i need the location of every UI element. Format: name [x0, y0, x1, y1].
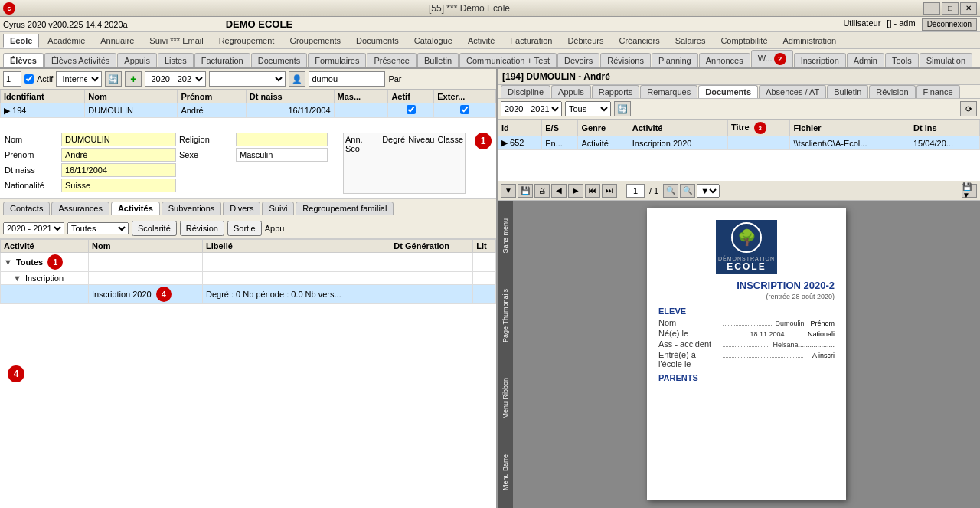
nav-annuaire[interactable]: Annuaire [93, 34, 141, 48]
tab-assurances[interactable]: Assurances [51, 202, 109, 215]
nav-groupements[interactable]: Groupements [283, 34, 348, 48]
nav-comptabilite[interactable]: Comptabilité [714, 34, 774, 48]
tab-tools[interactable]: Tools [885, 53, 919, 67]
disconnect-button[interactable]: Déconnexion [922, 18, 977, 31]
tab-planning[interactable]: Planning [652, 53, 698, 67]
nav-documents[interactable]: Documents [349, 34, 406, 48]
tab-suivi[interactable]: Suivi [262, 202, 294, 215]
year-select[interactable]: 2020 - 2021 [145, 71, 206, 87]
tab-documents[interactable]: Documents [251, 53, 308, 67]
nav-administration[interactable]: Administration [776, 34, 844, 48]
sortie-button[interactable]: Sortie [227, 221, 262, 236]
pdf-page-input[interactable] [626, 184, 645, 198]
rtab-remarques[interactable]: Remarques [640, 85, 697, 98]
sidebar-menu-ribbon[interactable]: Menu Ribbon [501, 378, 509, 419]
tab-communication[interactable]: Communication + Test [459, 53, 557, 67]
table-row[interactable]: ▶ 194 DUMOULIN André 16/11/2004 [1, 103, 496, 118]
refresh-button[interactable]: 🔄 [105, 71, 122, 87]
rtab-bulletin[interactable]: Bulletin [827, 85, 868, 98]
rtab-appuis[interactable]: Appuis [551, 85, 591, 98]
close-button[interactable]: ✕ [960, 2, 977, 15]
tab-listes[interactable]: Listes [158, 53, 194, 67]
rtab-absences[interactable]: Absences / AT [759, 85, 826, 98]
nav-debiteurs[interactable]: Débiteurs [560, 34, 610, 48]
person-button[interactable]: 👤 [289, 71, 305, 87]
tab-eleves[interactable]: Élèves [3, 53, 44, 67]
revision-button[interactable]: Révision [180, 221, 224, 236]
maximize-button[interactable]: □ [942, 2, 959, 15]
activity-year-select[interactable]: 2020 - 2021 [3, 222, 64, 234]
minimize-button[interactable]: − [923, 2, 940, 15]
pdf-save-btn[interactable]: 💾 [518, 184, 533, 198]
extra-select[interactable] [209, 71, 286, 87]
page-number-input[interactable] [3, 71, 21, 87]
pdf-print-btn[interactable]: 🖨 [534, 184, 550, 198]
rtab-finance[interactable]: Finance [916, 85, 960, 98]
nav-facturation[interactable]: Facturation [503, 34, 559, 48]
tab-w[interactable]: W...2 [751, 50, 793, 67]
doc-filter-select[interactable]: Tous [565, 101, 611, 116]
pdf-first-btn[interactable]: ⏮ [585, 184, 600, 198]
rtab-revision[interactable]: Révision [869, 85, 915, 98]
nav-creanciers[interactable]: Créanciers [612, 34, 666, 48]
niveau-label: Niveau [408, 135, 434, 153]
pdf-zoom-select[interactable]: ▼ [697, 184, 720, 198]
table-row[interactable]: Inscription 2020 4 Degré : 0 Nb période … [1, 285, 496, 304]
doc-col-dt: Dt ins [910, 120, 980, 136]
table-row[interactable]: ▶ 652 En... Activité Inscription 2020 \\… [498, 136, 980, 150]
tab-devoirs[interactable]: Devoirs [557, 53, 599, 67]
nav-suivi-email[interactable]: Suivi *** Email [142, 34, 210, 48]
top-nav: Ecole Académie Annuaire Suivi *** Email … [0, 32, 980, 49]
tab-regroupement-familial[interactable]: Regroupement familial [296, 202, 394, 215]
scolarite-button[interactable]: Scolarité [132, 221, 177, 236]
tab-simulation[interactable]: Simulation [920, 53, 972, 67]
nav-activite[interactable]: Activité [461, 34, 501, 48]
nav-salaires[interactable]: Salaires [668, 34, 713, 48]
pdf-last-btn[interactable]: ⏭ [602, 184, 617, 198]
pdf-zoom-out1-btn[interactable]: 🔍 [680, 184, 695, 198]
prenom-label: Prénom [5, 150, 58, 159]
doc-refresh-button[interactable]: 🔄 [614, 101, 631, 116]
tab-annonces[interactable]: Annonces [699, 53, 750, 67]
tab-divers[interactable]: Divers [223, 202, 260, 215]
activity-filter-select[interactable]: Toutes [67, 222, 129, 234]
rtab-discipline[interactable]: Discipline [501, 85, 550, 98]
search-input[interactable] [309, 71, 385, 87]
interne-select[interactable]: Interne [56, 71, 102, 87]
doc-year-select[interactable]: 2020 - 2021 [501, 101, 562, 116]
table-row[interactable]: ▼ Toutes 1 [1, 253, 496, 272]
tab-inscription[interactable]: Inscription [794, 53, 846, 67]
sidebar-sans-menu[interactable]: Sans menu [501, 218, 509, 254]
pdf-menu-btn[interactable]: ▼ [501, 184, 516, 198]
doc-table: Id E/S Genre Activité Titre 3 Fichier Dt… [498, 120, 980, 150]
nav-academie[interactable]: Académie [41, 34, 92, 48]
tab-appuis[interactable]: Appuis [117, 53, 157, 67]
add-button[interactable]: + [125, 71, 142, 87]
rtab-rapports[interactable]: Rapports [592, 85, 640, 98]
tab-eleves-activites[interactable]: Élèves Activités [44, 53, 116, 67]
sidebar-menu-barre[interactable]: Menu Barre [501, 454, 509, 490]
activity-area: Activité Nom Libellé Dt Génération Lit ▼… [0, 239, 496, 508]
pdf-zoom-in-btn[interactable]: 🔍 [663, 184, 678, 198]
rtab-documents[interactable]: Documents [698, 85, 758, 98]
tab-activites[interactable]: Activités [111, 202, 160, 215]
tab-presence[interactable]: Présence [367, 53, 416, 67]
tab-subventions[interactable]: Subventions [162, 202, 222, 215]
pdf-next-btn[interactable]: ▶ [568, 184, 583, 198]
nav-ecole[interactable]: Ecole [3, 34, 39, 48]
nav-catalogue[interactable]: Catalogue [407, 34, 459, 48]
tab-facturation[interactable]: Facturation [194, 53, 250, 67]
sidebar-page-thumbnails[interactable]: Page Thumbnails [501, 289, 509, 342]
doc-reload-button[interactable]: ⟳ [960, 101, 977, 116]
pdf-prev-btn[interactable]: ◀ [551, 184, 567, 198]
pdf-export-btn[interactable]: 💾▼ [962, 184, 977, 198]
actif-checkbox[interactable] [24, 74, 34, 84]
tab-formulaires[interactable]: Formulaires [308, 53, 366, 67]
right-panel: [194] DUMOULIN - André Discipline Appuis… [498, 69, 980, 508]
tab-admin[interactable]: Admin [847, 53, 884, 67]
tab-revisions[interactable]: Révisions [600, 53, 651, 67]
tab-contacts[interactable]: Contacts [3, 202, 50, 215]
tab-bulletin[interactable]: Bulletin [417, 53, 459, 67]
table-row[interactable]: ▼ Inscription [1, 272, 496, 285]
nav-regroupement[interactable]: Regroupement [212, 34, 282, 48]
